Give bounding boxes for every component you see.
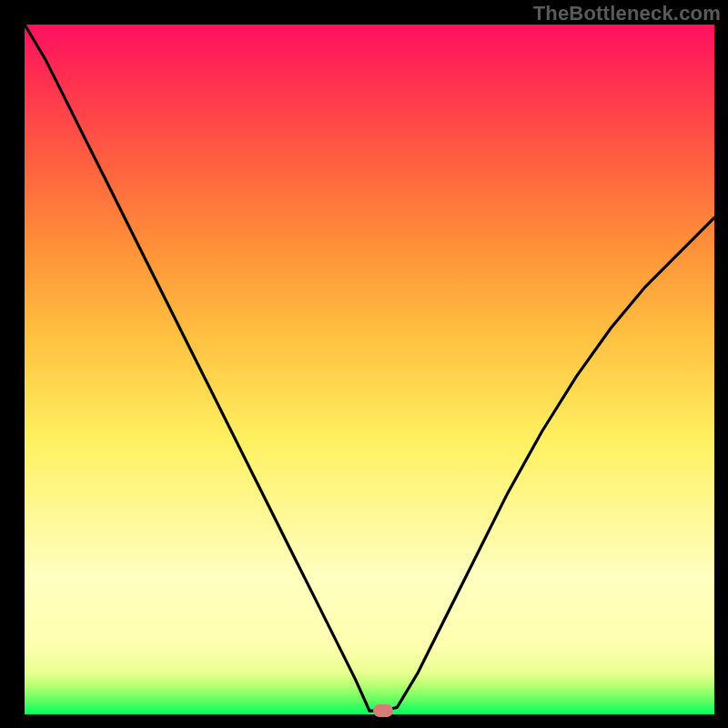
bottleneck-curve [25, 25, 714, 711]
plot-area [25, 25, 714, 714]
watermark-text: TheBottleneck.com [533, 2, 721, 25]
chart-frame: TheBottleneck.com [0, 0, 728, 728]
optimal-point-marker [373, 704, 393, 717]
curve-layer [25, 25, 714, 714]
